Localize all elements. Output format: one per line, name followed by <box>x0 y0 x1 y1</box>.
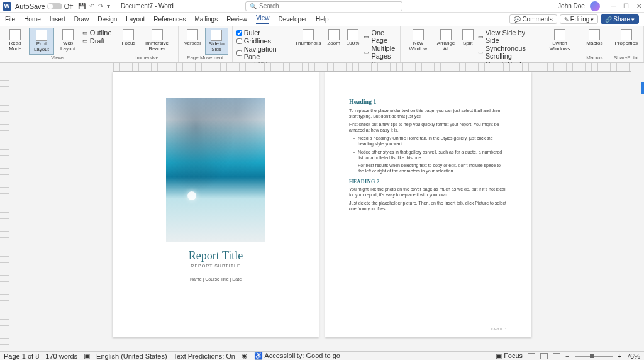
status-language[interactable]: English (United States) <box>96 352 167 360</box>
save-icon[interactable]: 💾 <box>78 3 86 9</box>
one-page-button: ▭ One Page <box>364 29 396 44</box>
new-window-button[interactable]: New Window <box>404 28 431 53</box>
undo-icon[interactable]: ↶ <box>89 3 94 9</box>
document-title: Document7 - Word <box>121 3 174 9</box>
search-box[interactable]: 🔍 <box>245 1 402 11</box>
paragraph[interactable]: To replace the placeholder text on this … <box>349 108 508 119</box>
close-button[interactable]: ✕ <box>636 3 641 9</box>
menu-review[interactable]: Review <box>226 16 247 23</box>
arrange-all-button[interactable]: Arrange All <box>434 28 457 53</box>
zoom-in-button[interactable]: + <box>618 352 621 360</box>
title-bar: W AutoSave Off 💾 ↶ ↷ ▾ Document7 - Word … <box>0 0 644 13</box>
focus-mode-button[interactable]: ▣ Focus <box>496 352 523 360</box>
quick-access-toolbar: 💾 ↶ ↷ ▾ <box>78 3 110 9</box>
outline-button[interactable]: ▭ Outline <box>82 29 112 37</box>
minimize-button[interactable]: ─ <box>611 3 616 9</box>
menu-home[interactable]: Home <box>24 16 41 23</box>
track-changes-icon[interactable]: ◉ <box>242 352 248 360</box>
ribbon: Read Mode Print Layout Web Layout ▭ Outl… <box>0 26 644 63</box>
user-avatar-icon[interactable] <box>590 1 600 11</box>
maximize-button[interactable]: ☐ <box>623 3 629 9</box>
group-macros: Macros Macros <box>580 26 609 62</box>
thumbnails-button[interactable]: Thumbnails <box>293 28 323 48</box>
immersive-reader-button[interactable]: Immersive Reader <box>140 28 174 53</box>
paragraph[interactable]: You might like the photo on the cover pa… <box>349 186 508 198</box>
menu-references[interactable]: References <box>153 16 186 23</box>
status-page[interactable]: Page 1 of 8 <box>4 352 39 360</box>
bullet-item[interactable]: Need a heading? On the Home tab, in the … <box>349 135 508 147</box>
read-view-icon[interactable] <box>528 353 535 359</box>
vertical-button[interactable]: Vertical <box>182 28 203 48</box>
report-subtitle[interactable]: REPORT SUBTITLE <box>136 264 295 268</box>
heading-1[interactable]: Heading 1 <box>349 98 508 105</box>
menu-insert[interactable]: Insert <box>50 16 65 23</box>
page-1[interactable]: Report Title REPORT SUBTITLE Name | Cour… <box>113 72 319 337</box>
web-view-icon[interactable] <box>553 353 560 359</box>
menu-developer[interactable]: Developer <box>278 16 307 23</box>
redo-icon[interactable]: ↷ <box>98 3 103 9</box>
multi-page-button: ▭ Multiple Pages <box>364 45 396 60</box>
comments-button[interactable]: 💬 Comments <box>509 14 557 24</box>
group-show: Ruler Gridlines Navigation Pane Show <box>233 26 289 62</box>
paragraph[interactable]: Just delete the placeholder picture. The… <box>349 200 508 211</box>
group-sharepoint: Properties SharePoint <box>609 26 644 62</box>
side-by-side-button[interactable]: ▭ View Side by Side <box>478 29 541 44</box>
properties-button[interactable]: Properties <box>613 28 640 48</box>
report-meta[interactable]: Name | Course Title | Date <box>136 277 295 281</box>
user-name[interactable]: John Doe <box>558 3 585 9</box>
page-number: PAGE 1 <box>491 327 508 331</box>
group-immersive: Focus Immersive Reader Immersive <box>116 26 179 62</box>
split-button[interactable]: Split <box>460 28 475 48</box>
paragraph[interactable]: First check out a few tips to help you q… <box>349 121 508 133</box>
toggle-icon <box>47 3 62 9</box>
menu-file[interactable]: File <box>5 16 15 23</box>
menu-layout[interactable]: Layout <box>126 16 145 23</box>
zoom-level[interactable]: 76% <box>626 352 640 360</box>
group-views: Read Mode Print Layout Web Layout ▭ Outl… <box>0 26 116 62</box>
ruler-checkbox[interactable]: Ruler <box>236 29 285 37</box>
side-to-side-button[interactable]: Side to Side <box>205 28 228 55</box>
customize-icon[interactable]: ▾ <box>107 3 110 9</box>
autosave-toggle[interactable]: AutoSave Off <box>15 3 73 10</box>
search-icon: 🔍 <box>250 3 257 9</box>
draft-button[interactable]: ▭ Draft <box>82 37 112 45</box>
menu-view[interactable]: View <box>256 14 270 24</box>
menu-bar: File Home Insert Draw Design Layout Refe… <box>0 13 644 26</box>
menu-draw[interactable]: Draw <box>74 16 89 23</box>
hundred-button: 100% <box>345 28 361 48</box>
share-button[interactable]: 🔗 Share ▾ <box>601 14 639 24</box>
bullet-item[interactable]: For best results when selecting text to … <box>349 162 508 174</box>
nav-pane-checkbox[interactable]: Navigation Pane <box>236 45 285 60</box>
menu-mailings[interactable]: Mailings <box>194 16 218 23</box>
zoom-out-button[interactable]: − <box>565 352 569 360</box>
report-title[interactable]: Report Title <box>136 249 295 262</box>
focus-button[interactable]: Focus <box>120 28 138 48</box>
status-predictions[interactable]: Text Predictions: On <box>174 352 235 360</box>
group-zoom: Thumbnails Zoom 100% ▭ One Page ▭ Multip… <box>289 26 401 62</box>
bullet-item[interactable]: Notice other styles in that gallery as w… <box>349 149 508 160</box>
status-words[interactable]: 170 words <box>45 352 77 360</box>
heading-2[interactable]: HEADING 2 <box>349 179 508 184</box>
switch-windows-button[interactable]: Switch Windows <box>543 28 577 53</box>
vertical-ruler[interactable] <box>0 72 9 351</box>
web-layout-button[interactable]: Web Layout <box>57 28 80 53</box>
status-accessibility[interactable]: ♿ Accessibility: Good to go <box>254 352 340 360</box>
document-canvas[interactable]: Report Title REPORT SUBTITLE Name | Cour… <box>0 72 644 351</box>
scroll-indicator <box>641 82 644 94</box>
editing-button[interactable]: ✎ Editing ▾ <box>560 14 599 24</box>
menu-help[interactable]: Help <box>316 16 329 23</box>
gridlines-checkbox[interactable]: Gridlines <box>236 37 285 45</box>
spellcheck-icon[interactable]: ▣ <box>84 352 90 360</box>
print-view-icon[interactable] <box>540 353 548 359</box>
page-2[interactable]: Heading 1 To replace the placeholder tex… <box>325 72 531 337</box>
cover-image[interactable] <box>166 98 265 242</box>
search-input[interactable] <box>259 3 398 9</box>
horizontal-ruler[interactable] <box>0 63 644 72</box>
macros-button[interactable]: Macros <box>584 28 604 48</box>
sync-scroll-button: ▭ Synchronous Scrolling <box>478 45 541 60</box>
print-layout-button[interactable]: Print Layout <box>29 28 53 55</box>
read-mode-button[interactable]: Read Mode <box>4 28 26 53</box>
menu-design[interactable]: Design <box>97 16 117 23</box>
zoom-slider[interactable] <box>575 356 613 357</box>
group-page-movement: Vertical Side to Side Page Movement <box>179 26 233 62</box>
